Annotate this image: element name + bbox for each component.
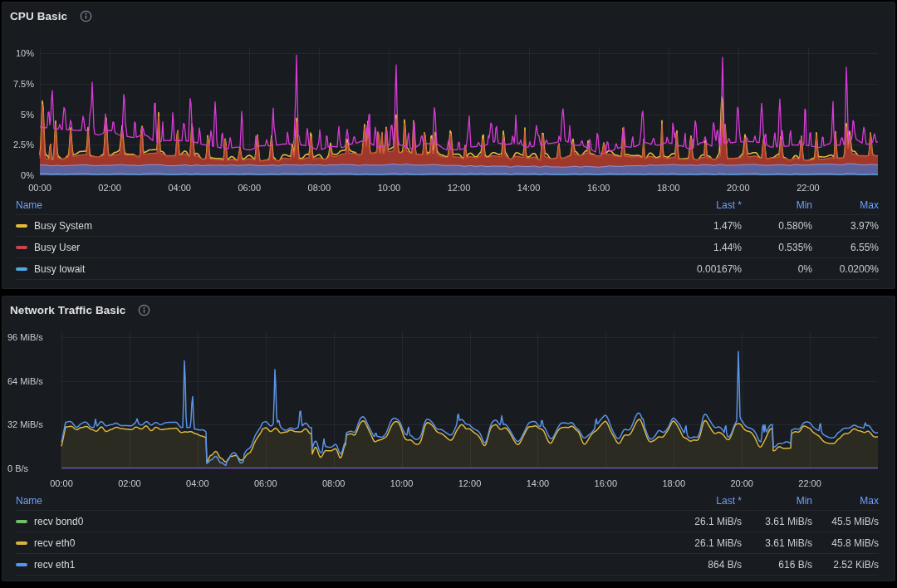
x-axis-tick: 14:00 bbox=[511, 182, 547, 194]
legend-series-label: recv eth0 bbox=[34, 537, 75, 549]
y-axis-tick: 0 B/s bbox=[7, 463, 57, 474]
legend-value-last: 26.1 MiB/s bbox=[617, 537, 742, 549]
x-axis-tick: 18:00 bbox=[655, 478, 692, 489]
legend-col-max[interactable]: Max bbox=[812, 495, 879, 507]
series-color-swatch bbox=[16, 541, 27, 545]
grafana-dashboard: CPU Basic 10%7.5%5%2.5%0%00:0002:0004:00… bbox=[0, 0, 897, 588]
panel-title[interactable]: Network Traffic Basic bbox=[10, 304, 125, 316]
network-legend-table: NameLast *MinMaxrecv bond026.1 MiB/s3.61… bbox=[2, 491, 895, 576]
x-axis-tick: 12:00 bbox=[441, 182, 478, 194]
legend-series-row: recv bond026.1 MiB/s3.61 MiB/s45.5 MiB/s bbox=[16, 511, 879, 532]
x-axis-tick: 16:00 bbox=[581, 182, 617, 194]
legend-col-name[interactable]: Name bbox=[16, 199, 617, 211]
x-axis-tick: 20:00 bbox=[720, 182, 757, 194]
x-axis-tick: 22:00 bbox=[790, 182, 826, 194]
legend-col-last[interactable]: Last * bbox=[617, 199, 742, 211]
series-color-swatch bbox=[16, 246, 27, 249]
legend-value-last: 26.1 MiB/s bbox=[617, 516, 742, 527]
x-axis-tick: 16:00 bbox=[587, 478, 624, 489]
legend-value-max: 45.8 MiB/s bbox=[812, 537, 879, 549]
series-color-swatch bbox=[16, 224, 27, 228]
x-axis-tick: 08:00 bbox=[301, 182, 337, 194]
legend-series-row: recv eth026.1 MiB/s3.61 MiB/s45.8 MiB/s bbox=[16, 532, 879, 554]
legend-series-label: Busy Iowait bbox=[34, 263, 85, 275]
legend-value-min: 3.61 MiB/s bbox=[742, 537, 812, 549]
legend-series-name[interactable]: recv eth0 bbox=[16, 537, 617, 549]
panel-header: Network Traffic Basic bbox=[2, 296, 895, 323]
x-axis-tick: 06:00 bbox=[231, 182, 267, 194]
legend-value-last: 0.00167% bbox=[617, 263, 742, 275]
x-axis-tick: 00:00 bbox=[22, 182, 58, 194]
legend-value-min: 0.580% bbox=[742, 220, 812, 232]
legend-col-min[interactable]: Min bbox=[742, 495, 812, 507]
panel-header: CPU Basic bbox=[2, 2, 895, 29]
legend-header-row: NameLast *MinMax bbox=[16, 491, 879, 511]
legend-value-last: 1.47% bbox=[617, 220, 742, 232]
legend-value-max: 6.55% bbox=[812, 242, 879, 253]
legend-value-max: 2.52 KiB/s bbox=[812, 559, 879, 571]
series-color-swatch bbox=[16, 267, 27, 271]
legend-series-name[interactable]: Busy System bbox=[16, 220, 617, 232]
x-axis-tick: 04:00 bbox=[161, 182, 198, 194]
x-axis-tick: 20:00 bbox=[723, 478, 760, 489]
x-axis-tick: 12:00 bbox=[452, 478, 488, 489]
info-icon[interactable] bbox=[138, 304, 150, 316]
legend-series-name[interactable]: Busy User bbox=[16, 242, 617, 253]
y-axis-tick: 5% bbox=[2, 109, 34, 120]
legend-series-label: Busy User bbox=[34, 242, 80, 253]
series-color-swatch bbox=[16, 563, 27, 566]
legend-col-min[interactable]: Min bbox=[742, 199, 812, 211]
legend-value-min: 616 B/s bbox=[742, 559, 812, 571]
legend-value-min: 0.535% bbox=[742, 242, 812, 253]
y-axis-tick: 2.5% bbox=[2, 139, 34, 150]
legend-series-name[interactable]: Busy Iowait bbox=[16, 263, 617, 275]
legend-value-min: 3.61 MiB/s bbox=[742, 516, 812, 527]
y-axis-tick: 64 MiB/s bbox=[7, 375, 57, 387]
x-axis-tick: 10:00 bbox=[384, 478, 420, 489]
legend-value-last: 864 B/s bbox=[617, 559, 742, 571]
legend-series-name[interactable]: recv bond0 bbox=[16, 516, 617, 527]
panel-network-traffic-basic: Network Traffic Basic 96 MiB/s64 MiB/s32… bbox=[2, 296, 895, 581]
x-axis-tick: 14:00 bbox=[519, 478, 556, 489]
x-axis-tick: 08:00 bbox=[316, 478, 352, 489]
series-color-swatch bbox=[16, 520, 27, 523]
legend-value-max: 3.97% bbox=[812, 220, 879, 232]
y-axis-tick: 96 MiB/s bbox=[7, 331, 57, 343]
y-axis-tick: 0% bbox=[2, 169, 34, 181]
x-axis-tick: 10:00 bbox=[370, 182, 407, 194]
legend-header-row: NameLast *MinMax bbox=[16, 195, 879, 215]
x-axis-tick: 02:00 bbox=[111, 478, 148, 489]
legend-series-row: Busy System1.47%0.580%3.97% bbox=[16, 215, 879, 237]
panel-title[interactable]: CPU Basic bbox=[10, 10, 67, 22]
legend-col-max[interactable]: Max bbox=[812, 199, 879, 211]
y-axis-tick: 10% bbox=[2, 47, 34, 59]
info-icon[interactable] bbox=[80, 10, 92, 22]
legend-series-label: Busy System bbox=[34, 220, 92, 232]
x-axis-tick: 22:00 bbox=[792, 478, 828, 489]
x-axis-tick: 02:00 bbox=[91, 182, 128, 194]
legend-series-row: Busy User1.44%0.535%6.55% bbox=[16, 237, 879, 258]
info-icon-glyph bbox=[138, 304, 150, 316]
cpu-legend-table: NameLast *MinMaxBusy System1.47%0.580%3.… bbox=[2, 195, 895, 280]
legend-value-last: 1.44% bbox=[617, 242, 742, 253]
legend-series-label: recv eth1 bbox=[34, 559, 75, 571]
x-axis-tick: 06:00 bbox=[248, 478, 284, 489]
x-axis-tick: 18:00 bbox=[650, 182, 687, 194]
legend-col-last[interactable]: Last * bbox=[617, 495, 742, 507]
x-axis-tick: 04:00 bbox=[179, 478, 216, 489]
legend-value-max: 45.5 MiB/s bbox=[812, 516, 879, 527]
x-axis-tick: 00:00 bbox=[43, 478, 80, 489]
y-axis-tick: 32 MiB/s bbox=[7, 419, 57, 430]
legend-value-min: 0% bbox=[742, 263, 812, 275]
legend-series-name[interactable]: recv eth1 bbox=[16, 559, 617, 571]
legend-col-name[interactable]: Name bbox=[16, 495, 617, 507]
y-axis-tick: 7.5% bbox=[2, 78, 34, 90]
legend-series-label: recv bond0 bbox=[34, 516, 83, 527]
info-icon-glyph bbox=[80, 10, 92, 22]
legend-series-row: Busy Iowait0.00167%0%0.0200% bbox=[16, 258, 879, 280]
legend-series-row: recv eth1864 B/s616 B/s2.52 KiB/s bbox=[16, 554, 879, 576]
legend-value-max: 0.0200% bbox=[812, 263, 879, 275]
panel-cpu-basic: CPU Basic 10%7.5%5%2.5%0%00:0002:0004:00… bbox=[2, 2, 895, 289]
